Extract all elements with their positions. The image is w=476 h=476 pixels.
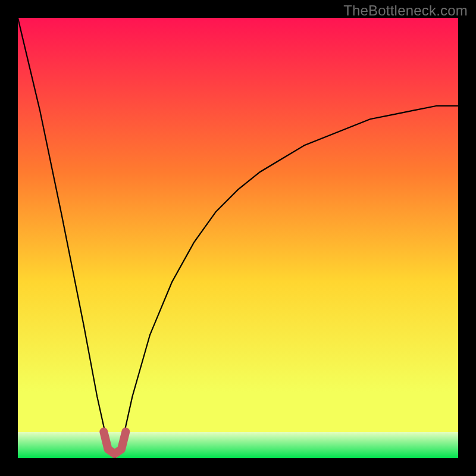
chart-svg	[18, 18, 458, 458]
chart-frame: TheBottleneck.com	[0, 0, 476, 476]
gradient-background	[18, 18, 458, 458]
watermark-text: TheBottleneck.com	[343, 2, 468, 19]
plot-area	[18, 18, 458, 458]
